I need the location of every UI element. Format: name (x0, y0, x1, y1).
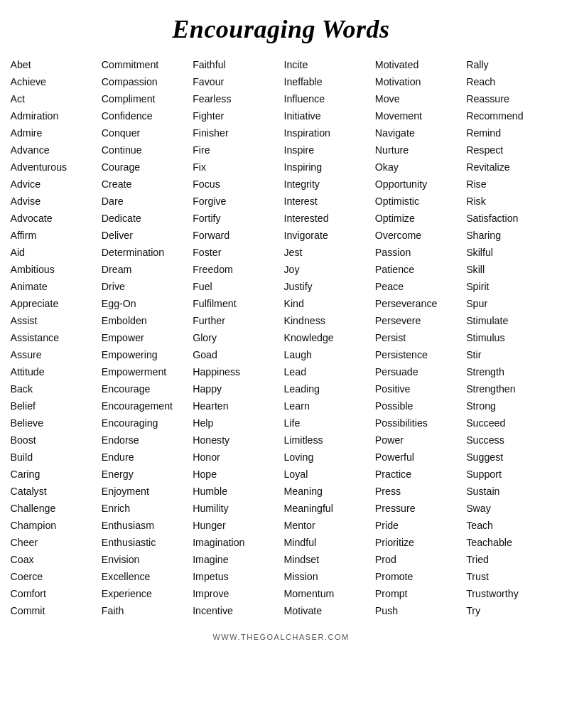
word-item: Prod (375, 552, 460, 567)
word-item: Reassure (466, 91, 551, 107)
column-2: CommitmentCompassionComplimentConfidence… (99, 57, 190, 619)
word-item: Powerful (375, 449, 460, 465)
word-item: Push (375, 603, 460, 619)
word-item: Reach (466, 74, 551, 90)
word-item: Attitude (11, 364, 96, 380)
word-item: Leading (283, 381, 369, 397)
word-item: Learn (283, 398, 369, 414)
word-item: Hearten (193, 398, 278, 414)
word-item: Motivate (283, 603, 369, 619)
word-item: Mindful (283, 535, 369, 550)
word-item: Inspiration (283, 125, 369, 141)
word-item: Mentor (283, 518, 369, 533)
word-item: Rally (466, 57, 551, 73)
word-item: Assure (11, 347, 96, 363)
word-item: Affirm (11, 228, 96, 243)
word-item: Power (375, 432, 460, 448)
word-item: Advise (11, 193, 96, 209)
word-item: Motivation (375, 74, 460, 90)
word-item: Respect (466, 142, 551, 158)
word-item: Continue (102, 142, 187, 158)
word-item: Encouraging (102, 415, 187, 431)
word-item: Further (193, 313, 278, 328)
word-item: Persuade (375, 364, 460, 380)
word-item: Recommend (466, 108, 551, 124)
word-item: Practice (375, 466, 460, 482)
word-item: Pressure (375, 500, 460, 516)
word-item: Advance (11, 142, 96, 158)
word-item: Interested (283, 210, 369, 226)
word-item: Enrich (102, 500, 187, 516)
word-item: Passion (375, 245, 460, 260)
word-item: Possibilities (375, 415, 460, 431)
word-item: Goad (193, 347, 278, 363)
word-item: Nurture (375, 142, 460, 158)
word-item: Honor (193, 449, 278, 465)
word-item: Boost (11, 432, 96, 448)
word-item: Forward (193, 228, 278, 243)
word-item: Laugh (283, 347, 369, 363)
word-item: Commitment (102, 57, 187, 73)
word-item: Aid (11, 245, 96, 260)
word-item: Inspire (283, 142, 369, 158)
word-item: Focus (193, 176, 278, 192)
word-item: Interest (283, 193, 369, 209)
word-item: Persevere (375, 313, 460, 328)
word-item: Dream (102, 262, 187, 277)
word-item: Support (466, 466, 551, 482)
word-item: Trustworthy (466, 586, 551, 601)
word-item: Caring (11, 466, 96, 482)
word-item: Glory (193, 330, 278, 346)
word-item: Excellence (102, 569, 187, 584)
word-item: Incite (283, 57, 369, 73)
word-item: Spirit (466, 279, 551, 294)
word-item: Pride (375, 518, 460, 533)
word-item: Spur (466, 296, 551, 311)
word-item: Teachable (466, 535, 551, 550)
word-item: Strengthen (466, 381, 551, 397)
word-item: Act (11, 91, 96, 107)
word-item: Embolden (102, 313, 187, 328)
word-item: Fulfilment (193, 296, 278, 311)
word-item: Happiness (193, 364, 278, 380)
word-item: Cheer (11, 535, 96, 550)
word-item: Abet (11, 57, 96, 73)
word-item: Believe (11, 415, 96, 431)
word-item: Jest (283, 245, 369, 260)
word-item: Success (466, 432, 551, 448)
word-item: Animate (11, 279, 96, 294)
word-item: Advice (11, 176, 96, 192)
word-item: Encouragement (102, 398, 187, 414)
word-item: Kindness (283, 313, 369, 328)
word-item: Initiative (283, 108, 369, 124)
word-item: Humility (193, 500, 278, 516)
word-item: Patience (375, 262, 460, 277)
word-item: Forgive (193, 193, 278, 209)
word-item: Egg-On (102, 296, 187, 311)
word-item: Lead (283, 364, 369, 380)
word-item: Ineffable (283, 74, 369, 90)
word-item: Sustain (466, 483, 551, 499)
word-item: Fortify (193, 210, 278, 226)
word-item: Courage (102, 159, 187, 175)
word-item: Peace (375, 279, 460, 294)
word-item: Remind (466, 125, 551, 141)
word-item: Catalyst (11, 483, 96, 499)
word-item: Help (193, 415, 278, 431)
word-item: Tried (466, 552, 551, 567)
word-item: Freedom (193, 262, 278, 277)
word-item: Stimulus (466, 330, 551, 346)
word-item: Limitless (283, 432, 369, 448)
word-item: Confidence (102, 108, 187, 124)
word-item: Envision (102, 552, 187, 567)
word-item: Fire (193, 142, 278, 158)
word-item: Finisher (193, 125, 278, 141)
word-item: Endorse (102, 432, 187, 448)
word-item: Motivated (375, 57, 460, 73)
word-item: Press (375, 483, 460, 499)
word-item: Admire (11, 125, 96, 141)
word-item: Empower (102, 330, 187, 346)
word-item: Adventurous (11, 159, 96, 175)
word-item: Try (466, 603, 551, 619)
word-item: Justify (283, 279, 369, 294)
